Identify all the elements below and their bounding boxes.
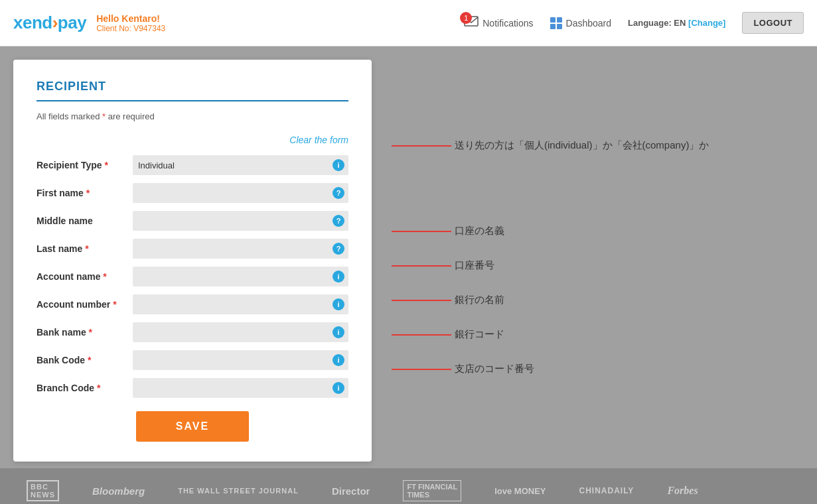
input-wrap-account-number: i <box>133 294 348 314</box>
footer-logos: BBCNEWS Bloomberg THE WALL STREET JOURNA… <box>0 468 817 504</box>
label-middle-name: Middle name <box>37 216 133 226</box>
select-recipient-type[interactable]: Individual Company <box>133 155 348 175</box>
language-selector[interactable]: Language: EN [Change] <box>628 18 725 28</box>
content-row: RECIPIENT All fields marked * are requir… <box>0 46 817 462</box>
input-wrap-bank-code: i <box>133 350 348 370</box>
label-bank-name: Bank name * <box>37 327 133 338</box>
form-card: RECIPIENT All fields marked * are requir… <box>13 60 372 462</box>
logout-button[interactable]: LOGOUT <box>742 12 804 34</box>
field-first-name: First name * ? <box>37 183 348 203</box>
notifications-label: Notifications <box>483 18 533 29</box>
logo-sub: Hello Kentaro! Client No: V947343 <box>96 13 165 33</box>
input-account-number[interactable] <box>133 294 348 314</box>
hello-text: Hello Kentaro! <box>96 13 165 24</box>
field-bank-name: Bank name * i <box>37 322 348 342</box>
footer-logo-forbes: Forbes <box>667 485 698 497</box>
field-account-name: Account name * i <box>37 267 348 286</box>
annotation-text-recipient-type: 送り先の方は「個人(individual)」か「会社(company)」か <box>455 139 709 152</box>
annotation-account-number: 口座番号 <box>392 259 804 272</box>
info-icon-bank-name[interactable]: i <box>333 326 344 338</box>
dashboard-button[interactable]: Dashboard <box>550 17 612 29</box>
annotation-line-bank-code <box>392 334 451 336</box>
footer-logo-chinadaily: CHINADAILY <box>579 486 634 495</box>
info-icon-account-number[interactable]: i <box>333 298 344 310</box>
input-wrap-first-name: ? <box>133 183 348 203</box>
input-last-name[interactable] <box>133 239 348 259</box>
annotation-line-account-number <box>392 265 451 267</box>
annotation-text-bank-code: 銀行コード <box>455 328 504 341</box>
field-bank-code: Bank Code * i <box>37 350 348 370</box>
dashboard-label: Dashboard <box>566 18 612 29</box>
annotation-line-account-name <box>392 231 451 232</box>
footer-logo-director: Director <box>332 485 370 497</box>
annotation-text-branch-code: 支店のコード番号 <box>455 363 534 375</box>
language-label: Language: EN <box>628 18 686 28</box>
header-right: 1 Notifications Dashboard Language: EN [… <box>464 12 804 34</box>
label-first-name: First name * <box>37 188 133 198</box>
input-wrap-last-name: ? <box>133 239 348 259</box>
label-bank-code: Bank Code * <box>37 355 133 365</box>
label-account-number: Account number * <box>37 299 133 310</box>
input-bank-name[interactable] <box>133 322 348 342</box>
annotation-account-name: 口座の名義 <box>392 225 804 237</box>
required-note: All fields marked * are required <box>37 111 348 121</box>
annotation-text-bank-name: 銀行の名前 <box>455 294 504 306</box>
field-middle-name: Middle name ? <box>37 211 348 231</box>
info-icon-branch-code[interactable]: i <box>333 382 344 394</box>
info-icon-bank-code[interactable]: i <box>333 354 344 366</box>
label-branch-code: Branch Code * <box>37 383 133 393</box>
footer-logo-lovemoney: love MONEY <box>494 486 546 496</box>
input-wrap-bank-name: i <box>133 322 348 342</box>
info-icon-middle-name[interactable]: ? <box>333 215 344 227</box>
input-first-name[interactable] <box>133 183 348 203</box>
input-wrap-recipient-type: Individual Company i <box>133 155 348 175</box>
input-wrap-account-name: i <box>133 267 348 286</box>
info-icon-last-name[interactable]: ? <box>333 243 344 255</box>
input-wrap-branch-code: i <box>133 378 348 398</box>
annotation-text-account-number: 口座番号 <box>455 259 494 272</box>
footer-logo-wsj: THE WALL STREET JOURNAL <box>178 487 299 495</box>
field-account-number: Account number * i <box>37 294 348 314</box>
input-bank-code[interactable] <box>133 350 348 370</box>
right-annotations: 送り先の方は「個人(individual)」か「会社(company)」か 口座… <box>372 60 804 375</box>
footer-logo-bloomberg: Bloomberg <box>92 485 145 497</box>
client-text: Client No: V947343 <box>96 24 165 33</box>
logo: xend›pay <box>13 13 86 33</box>
label-account-name: Account name * <box>37 271 133 282</box>
annotation-recipient-type: 送り先の方は「個人(individual)」か「会社(company)」か <box>392 139 804 152</box>
annotation-line-bank-name <box>392 300 451 301</box>
annotation-line-branch-code <box>392 369 451 370</box>
label-last-name: Last name * <box>37 243 133 254</box>
logo-area: xend›pay Hello Kentaro! Client No: V9473… <box>13 13 165 33</box>
info-icon-first-name[interactable]: ? <box>333 187 344 199</box>
clear-form-link[interactable]: Clear the form <box>37 135 348 145</box>
info-icon-account-name[interactable]: i <box>333 271 344 283</box>
annotation-text-account-name: 口座の名義 <box>455 225 504 237</box>
main-area: RECIPIENT All fields marked * are requir… <box>0 46 817 462</box>
annotation-branch-code: 支店のコード番号 <box>392 363 804 375</box>
input-branch-code[interactable] <box>133 378 348 398</box>
footer-logo-bbc: BBCNEWS <box>27 480 59 501</box>
footer-logo-ft: FT FINANCIALTIMES <box>403 480 461 501</box>
field-recipient-type: Recipient Type * Individual Company i <box>37 155 348 175</box>
annotation-bank-name: 銀行の名前 <box>392 294 804 306</box>
annotation-line-recipient-type <box>392 145 451 147</box>
annotation-bank-code: 銀行コード <box>392 328 804 341</box>
info-icon-recipient-type[interactable]: i <box>333 159 344 171</box>
input-wrap-middle-name: ? <box>133 211 348 231</box>
notifications-button[interactable]: 1 Notifications <box>464 16 533 30</box>
dashboard-icon <box>550 17 562 29</box>
field-last-name: Last name * ? <box>37 239 348 259</box>
header: xend›pay Hello Kentaro! Client No: V9473… <box>0 0 817 46</box>
change-language-link[interactable]: [Change] <box>688 18 725 28</box>
notification-icon-wrap: 1 <box>464 16 479 30</box>
label-recipient-type: Recipient Type * <box>37 160 133 170</box>
input-middle-name[interactable] <box>133 211 348 231</box>
save-button[interactable]: SAVE <box>136 411 249 442</box>
field-branch-code: Branch Code * i <box>37 378 348 398</box>
form-title: RECIPIENT <box>37 80 348 101</box>
input-account-name[interactable] <box>133 267 348 286</box>
